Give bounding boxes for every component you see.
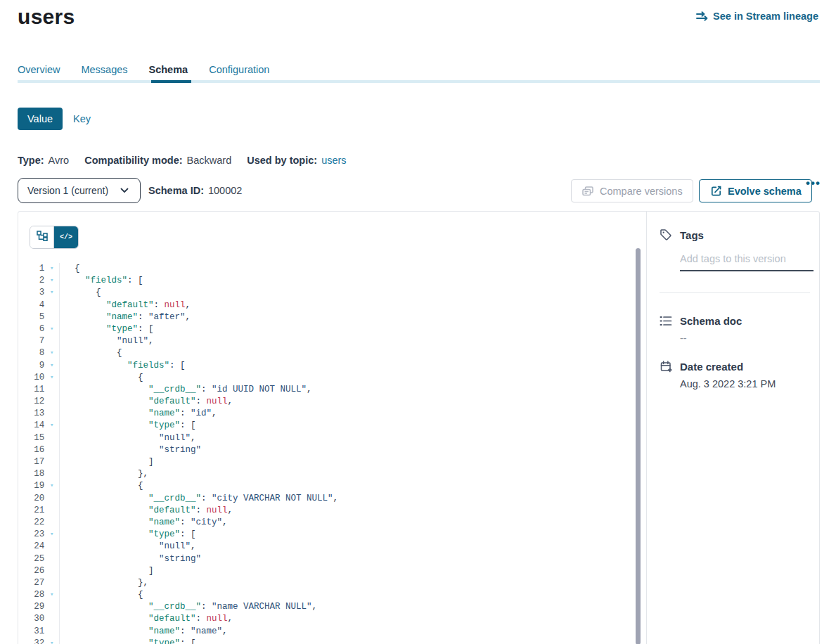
- date-created-value: Aug. 3 2022 3:21 PM: [680, 378, 810, 389]
- code-line: "name": "after",: [75, 311, 338, 323]
- line-number: 28: [18, 589, 44, 601]
- fold-toggle-icon[interactable]: ▾: [44, 323, 59, 335]
- gutter-line: 23▾: [18, 529, 59, 541]
- code-line: "null",: [75, 335, 338, 347]
- see-in-stream-lineage-link[interactable]: See in Stream lineage: [695, 11, 818, 22]
- add-tags-input[interactable]: [680, 250, 814, 270]
- code-line: "name": "id",: [75, 408, 338, 420]
- line-number: 17: [18, 456, 44, 468]
- fold-spacer: [44, 311, 59, 323]
- gutter-line: 28▾: [18, 589, 59, 601]
- gutter-line: 1▾: [18, 263, 59, 275]
- fold-toggle-icon[interactable]: ▾: [44, 360, 59, 372]
- fold-toggle-icon[interactable]: ▾: [44, 275, 59, 287]
- line-number: 18: [18, 468, 44, 480]
- json-key: "__crdb__": [148, 494, 201, 503]
- page-title: users: [18, 5, 75, 29]
- date-created-heading: Date created: [660, 361, 810, 373]
- code-line: {: [75, 347, 338, 359]
- json-punctuation: ]: [148, 457, 154, 467]
- tags-input-wrap: [680, 250, 814, 271]
- json-punctuation: :: [201, 602, 212, 612]
- json-punctuation: : [: [180, 529, 196, 539]
- json-string: "null": [159, 541, 191, 551]
- tab-configuration[interactable]: Configuration: [209, 64, 269, 75]
- code-editor[interactable]: 1▾2▾3▾456▾78▾9▾10▾11121314▾1516171819▾20…: [18, 263, 646, 644]
- fold-spacer: [44, 517, 59, 529]
- gutter-line: 30: [18, 613, 59, 625]
- fold-toggle-icon[interactable]: ▾: [44, 347, 59, 359]
- line-number: 20: [18, 493, 44, 505]
- fold-toggle-icon[interactable]: ▾: [44, 480, 59, 492]
- json-punctuation: ,: [191, 541, 196, 551]
- json-null: null: [207, 505, 228, 515]
- evolve-schema-button[interactable]: Evolve schema: [699, 179, 812, 202]
- fold-toggle-icon[interactable]: ▾: [44, 263, 59, 275]
- schema-doc-value: --: [680, 333, 810, 344]
- line-number: 12: [18, 396, 44, 408]
- gutter-line: 13: [18, 408, 59, 420]
- json-string: "id UUID NOT NULL": [212, 385, 307, 394]
- json-string: "city": [191, 517, 222, 527]
- fold-toggle-icon[interactable]: ▾: [44, 287, 59, 299]
- fold-toggle-icon[interactable]: ▾: [44, 372, 59, 384]
- tab-messages[interactable]: Messages: [81, 64, 127, 75]
- json-null: null: [207, 397, 228, 406]
- code-line: "null",: [75, 432, 338, 444]
- gutter-line: 19▾: [18, 480, 59, 492]
- json-key: "type": [148, 638, 180, 644]
- compare-versions-button[interactable]: Compare versions: [571, 179, 693, 202]
- line-number: 10: [18, 372, 44, 384]
- fold-spacer: [44, 541, 59, 553]
- gutter-line: 12: [18, 396, 59, 408]
- value-toggle-button[interactable]: Value: [18, 108, 63, 130]
- json-key: "default": [148, 505, 196, 515]
- line-number: 6: [18, 323, 44, 335]
- key-toggle-link[interactable]: Key: [73, 113, 91, 124]
- line-number: 1: [18, 263, 44, 275]
- tag-icon: [660, 228, 672, 241]
- json-punctuation: ,: [333, 494, 339, 503]
- json-punctuation: : [: [180, 638, 196, 644]
- json-key: "name": [106, 312, 138, 322]
- fold-toggle-icon[interactable]: ▾: [44, 589, 59, 601]
- json-punctuation: ,: [212, 408, 217, 418]
- json-punctuation: {: [117, 348, 122, 358]
- code-line: ]: [75, 565, 338, 577]
- json-key: "type": [106, 324, 138, 334]
- code-line: "type": [: [75, 638, 338, 644]
- code-line: },: [75, 577, 338, 589]
- more-options-button[interactable]: •••: [806, 176, 821, 191]
- version-select[interactable]: Version 1 (current): [18, 178, 141, 203]
- editor-scrollbar[interactable]: [636, 248, 641, 644]
- line-number: 32: [18, 638, 44, 644]
- json-key: "name": [148, 626, 180, 636]
- gutter-line: 25: [18, 553, 59, 565]
- tags-title: Tags: [680, 229, 704, 241]
- json-punctuation: :: [196, 397, 207, 406]
- json-punctuation: : [: [180, 420, 196, 430]
- fold-toggle-icon[interactable]: ▾: [44, 420, 59, 432]
- code-view-button[interactable]: </>: [54, 226, 78, 248]
- json-string: "string": [159, 554, 201, 564]
- gutter-line: 32▾: [18, 638, 59, 644]
- json-key: "default": [106, 300, 154, 310]
- code-line: "type": [: [75, 529, 338, 541]
- line-number: 23: [18, 529, 44, 541]
- tab-schema[interactable]: Schema: [149, 64, 188, 75]
- json-punctuation: :: [180, 517, 191, 527]
- json-key: "default": [148, 614, 196, 624]
- fold-toggle-icon[interactable]: ▾: [44, 529, 59, 541]
- gutter-line: 20: [18, 493, 59, 505]
- json-punctuation: },: [138, 469, 148, 479]
- schema-details-sidebar: Tags Schema doc --: [660, 212, 810, 389]
- json-punctuation: ,: [186, 312, 191, 322]
- meta-value-link[interactable]: users: [321, 155, 346, 166]
- json-key: "name": [148, 517, 180, 527]
- tree-view-button[interactable]: [30, 226, 54, 248]
- json-punctuation: {: [138, 590, 143, 600]
- tags-section-heading: Tags: [660, 228, 810, 241]
- line-number: 29: [18, 601, 44, 613]
- fold-toggle-icon[interactable]: ▾: [44, 638, 59, 644]
- tab-overview[interactable]: Overview: [18, 64, 60, 75]
